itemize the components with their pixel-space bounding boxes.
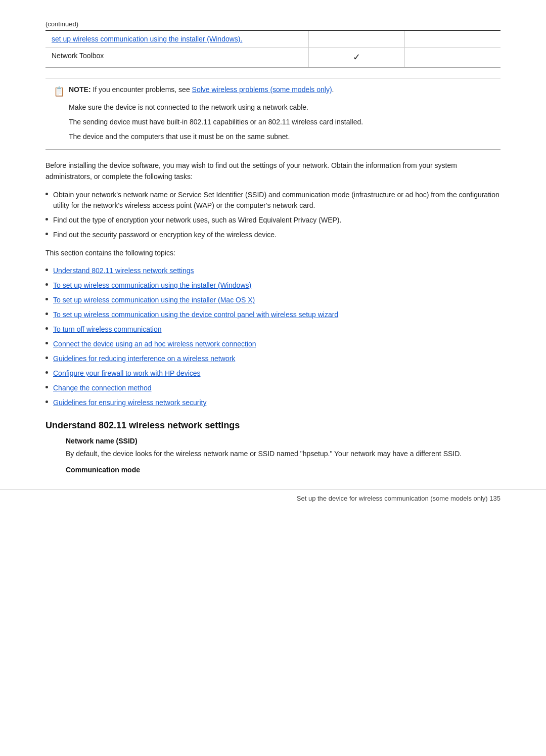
- list-item: Understand 802.11 wireless network setti…: [46, 265, 500, 276]
- list-item-text: Find out the type of encryption your net…: [53, 215, 341, 226]
- note-para-1: Make sure the device is not connected to…: [54, 102, 492, 113]
- table-row: set up wireless communication using the …: [46, 31, 500, 48]
- topics-intro: This section contains the following topi…: [46, 247, 500, 258]
- table-wrapper: set up wireless communication using the …: [46, 30, 500, 68]
- page-footer: Set up the device for wireless communica…: [0, 489, 546, 502]
- table-cell-empty-1: [309, 31, 405, 47]
- list-item: Configure your firewall to work with HP …: [46, 368, 500, 379]
- topics-link-list: Understand 802.11 wireless network setti…: [46, 265, 500, 408]
- bullet-dot: [46, 401, 48, 403]
- section-heading: Understand 802.11 wireless network setti…: [46, 420, 500, 431]
- list-item: To turn off wireless communication: [46, 324, 500, 335]
- bullet-dot: [46, 371, 48, 374]
- list-item: Find out the type of encryption your net…: [46, 215, 500, 226]
- bullet-dot: [46, 193, 48, 195]
- note-body: Make sure the device is not connected to…: [54, 102, 492, 142]
- note-header: 📋 NOTE: If you encounter problems, see S…: [54, 85, 492, 97]
- list-item: Connect the device using an ad hoc wirel…: [46, 339, 500, 349]
- checkmark-icon: ✓: [353, 52, 360, 62]
- bullet-dot: [46, 269, 48, 271]
- bullet-list: Obtain your network's network name or Se…: [46, 190, 500, 240]
- list-item: Guidelines for reducing interference on …: [46, 353, 500, 364]
- list-item: To set up wireless communication using t…: [46, 295, 500, 305]
- bullet-dot: [46, 342, 48, 344]
- list-item: To set up wireless communication using t…: [46, 309, 500, 320]
- list-item: Guidelines for ensuring wireless network…: [46, 397, 500, 408]
- continued-label: (continued): [46, 20, 500, 28]
- note-box: 📋 NOTE: If you encounter problems, see S…: [46, 78, 500, 150]
- list-item-text: Obtain your network's network name or Se…: [53, 190, 500, 211]
- topic-link-7[interactable]: Guidelines for reducing interference on …: [53, 353, 235, 364]
- table-cell-toolbox-label: Network Toolbox: [46, 48, 309, 67]
- bullet-dot: [46, 386, 48, 388]
- note-link-suffix: .: [332, 85, 334, 94]
- topic-link-2[interactable]: To set up wireless communication using t…: [53, 280, 251, 291]
- table-cell-empty-2: [405, 31, 500, 47]
- network-name-heading: Network name (SSID): [66, 437, 500, 445]
- table-cell-toolbox-empty: [405, 48, 500, 67]
- intro-paragraph: Before installing the device software, y…: [46, 160, 500, 183]
- table-row-toolbox: Network Toolbox ✓: [46, 48, 500, 67]
- topic-link-4[interactable]: To set up wireless communication using t…: [53, 309, 338, 320]
- footer-right: Set up the device for wireless communica…: [297, 495, 500, 502]
- topic-link-3[interactable]: To set up wireless communication using t…: [53, 295, 255, 305]
- note-keyword: NOTE:: [69, 85, 91, 94]
- footer-left: [46, 495, 297, 502]
- bullet-dot: [46, 283, 48, 286]
- table-cell-link: set up wireless communication using the …: [46, 31, 309, 47]
- bullet-dot: [46, 313, 48, 315]
- list-item-text: Find out the security password or encryp…: [53, 230, 277, 240]
- table-cell-toolbox-check: ✓: [309, 48, 405, 67]
- note-para-2: The sending device must have built-in 80…: [54, 117, 492, 127]
- list-item: Obtain your network's network name or Se…: [46, 190, 500, 211]
- bullet-dot: [46, 357, 48, 359]
- bullet-dot: [46, 233, 48, 235]
- list-item: To set up wireless communication using t…: [46, 280, 500, 291]
- note-text: NOTE: If you encounter problems, see Sol…: [69, 85, 334, 94]
- topic-link-6[interactable]: Connect the device using an ad hoc wirel…: [53, 339, 256, 349]
- list-item: Change the connection method: [46, 383, 500, 393]
- note-intro: If you encounter problems, see: [93, 85, 192, 94]
- topic-link-8[interactable]: Configure your firewall to work with HP …: [53, 368, 201, 379]
- solve-wireless-link[interactable]: Solve wireless problems (some models onl…: [192, 85, 332, 94]
- topic-link-1[interactable]: Understand 802.11 wireless network setti…: [53, 265, 194, 276]
- bullet-dot: [46, 298, 48, 300]
- note-para-3: The device and the computers that use it…: [54, 131, 492, 142]
- page-container: (continued) set up wireless communicatio…: [0, 0, 546, 517]
- bullet-dot: [46, 327, 48, 330]
- topic-link-5[interactable]: To turn off wireless communication: [53, 324, 162, 335]
- note-icon: 📋: [54, 86, 65, 97]
- installer-windows-link[interactable]: set up wireless communication using the …: [52, 35, 242, 43]
- comm-mode-heading: Communication mode: [66, 466, 500, 474]
- topic-link-9[interactable]: Change the connection method: [53, 383, 152, 393]
- topic-link-10[interactable]: Guidelines for ensuring wireless network…: [53, 397, 206, 408]
- bullet-dot: [46, 218, 48, 220]
- network-name-paragraph: By default, the device looks for the wir…: [46, 448, 500, 459]
- list-item: Find out the security password or encryp…: [46, 230, 500, 240]
